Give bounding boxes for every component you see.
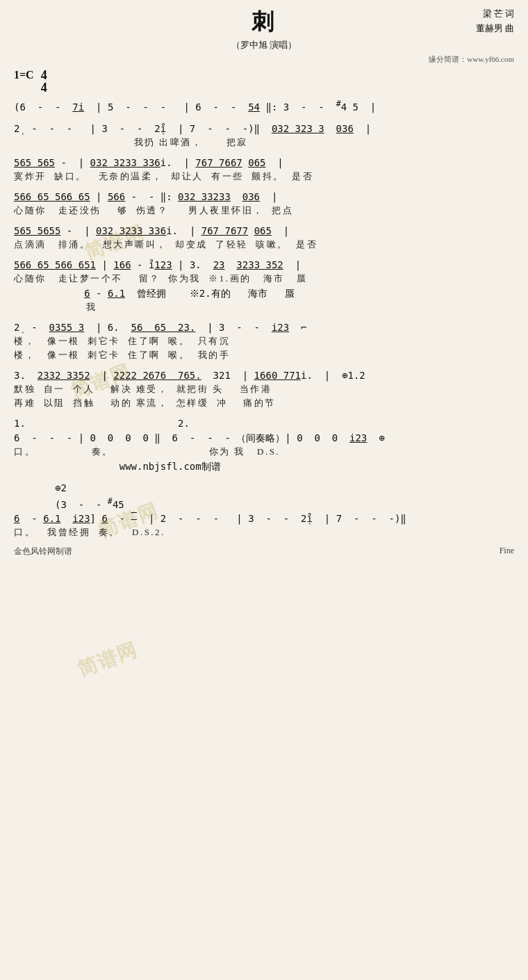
lyrics-5: 点滴滴 排涌。 想大声嘶叫， 却变成 了轻轻 咳嗽。 是否 <box>14 238 514 251</box>
lyrics-3: 寞炸开 缺口。 无奈的温柔， 却让人 有一些 颤抖。 是否 <box>14 170 514 183</box>
composer: 董赫男 曲 <box>476 22 514 36</box>
section-4: 566 65 566 65 | 566 - - ‖: 032 33233 036… <box>14 190 514 217</box>
section-2: 2̣ - - - | 3 - - 2̣i̊ | 7 - - -)‖ 032 32… <box>14 122 514 149</box>
website: 缘分简谱：www.yf66.com <box>14 54 514 65</box>
lyrics-9a: 口。 奏。 你为 我 D.S. <box>14 446 514 458</box>
notes-3: 565 565 - | 032 3233 336i. | 767 7667 06… <box>14 156 514 170</box>
bottom-info: 金色风铃网制谱 Fine <box>14 546 514 557</box>
notes-4: 566 65 566 65 | 566 - - ‖: 032 33233 036… <box>14 190 514 204</box>
section-6: 566 65 566 651 | 166 - i̊123 | 3. 23 323… <box>14 258 514 313</box>
section-8: 3. 2332 3352 | 2222 2676 765. 321 | 1660… <box>14 368 514 409</box>
notes-5: 565 5655 - | 032 3233 336i. | 767 7677 0… <box>14 224 514 238</box>
time-signature: 4 4 <box>41 69 47 94</box>
song-title: 刺 <box>14 7 514 38</box>
section-9: 1. 2. 6 - - - | 0 0 0 0 ‖ 6 - - - （间奏略）|… <box>14 416 514 474</box>
lyrics-8b: 再难 以阻 挡触 动的 寒流， 怎样缓 冲 痛的节 <box>14 397 514 409</box>
lyrics-8a: 默独 自一 个人 解决 难受， 就把街 头 当作港 <box>14 383 514 395</box>
lyrics-4: 心随你 走还没伤 够 伤透？ 男人夜里怀旧， 把点 <box>14 204 514 217</box>
lyrics-6b: 我 <box>14 301 514 313</box>
notes-1: (6 - - 7i | 5 - - - | 6 - - 54 ‖: 3 - - … <box>14 98 514 115</box>
footer-right: Fine <box>500 546 514 557</box>
credits: 梁 芒 词 董赫男 曲 <box>476 7 514 36</box>
section-5: 565 5655 - | 032 3233 336i. | 767 7677 0… <box>14 224 514 251</box>
section-3: 565 565 - | 032 3233 336i. | 767 7667 06… <box>14 156 514 183</box>
subtitle: （罗中旭 演唱） <box>14 39 514 51</box>
time-bottom: 4 <box>41 81 47 94</box>
lyricist: 梁 芒 词 <box>476 7 514 22</box>
lyrics-6: 心随你 走让梦一个不 留？ 你为我 ※1.画的 海市 蜃 <box>14 272 514 285</box>
title-row: 刺 梁 芒 词 董赫男 曲 <box>14 7 514 38</box>
notes-7: 2̣ - 0355 3 | 6. 56 65 23. | 3 - - i23 ⌐ <box>14 320 514 335</box>
notes-9a: 1. 2. 6 - - - | 0 0 0 0 ‖ 6 - - - （间奏略）|… <box>14 416 514 446</box>
notes-2: 2̣ - - - | 3 - - 2̣i̊ | 7 - - -)‖ 032 32… <box>14 122 514 136</box>
notes-10: ⊕2 (3 - - #45 6 - 6.1 i23] 6 - — | 2 - -… <box>14 481 514 527</box>
key-time-row: 1=C 4 4 <box>14 69 514 94</box>
notes-8: 3. 2332 3352 | 2222 2676 765. 321 | 1660… <box>14 368 514 383</box>
watermark-4: 简谱网 <box>74 637 142 683</box>
lyrics-2: 我扔 出啤酒， 把寂 <box>14 136 514 149</box>
section-10: ⊕2 (3 - - #45 6 - 6.1 i23] 6 - — | 2 - -… <box>14 481 514 539</box>
notes-6: 566 65 566 651 | 166 - i̊123 | 3. 23 323… <box>14 258 514 272</box>
lyrics-7b: 楼， 像一根 刺它卡 住了啊 喉。 我的手 <box>14 349 514 361</box>
lyrics-7a: 楼， 像一根 刺它卡 住了啊 喉。 只有沉 <box>14 335 514 348</box>
sheet-music: (6 - - 7i | 5 - - - | 6 - - 54 ‖: 3 - - … <box>14 98 514 557</box>
notes-6b: 6 - 6.1 曾经拥 ※2.有的 海市 蜃 <box>14 286 514 301</box>
footer-left: 金色风铃网制谱 <box>14 546 72 557</box>
notes-9b: www.nbjsfl.com制谱 <box>14 459 514 474</box>
lyrics-10: 口。 我曾经拥 奏。 D.S.2. <box>14 526 514 539</box>
section-1: (6 - - 7i | 5 - - - | 6 - - 54 ‖: 3 - - … <box>14 98 514 115</box>
key-label: 1=C <box>14 69 34 81</box>
page: 简谱网 简谱网 简谱网 简谱网 刺 梁 芒 词 董赫男 曲 （罗中旭 演唱） 缘… <box>14 7 514 557</box>
section-7: 2̣ - 0355 3 | 6. 56 65 23. | 3 - - i23 ⌐… <box>14 320 514 361</box>
time-top: 4 <box>41 69 47 81</box>
